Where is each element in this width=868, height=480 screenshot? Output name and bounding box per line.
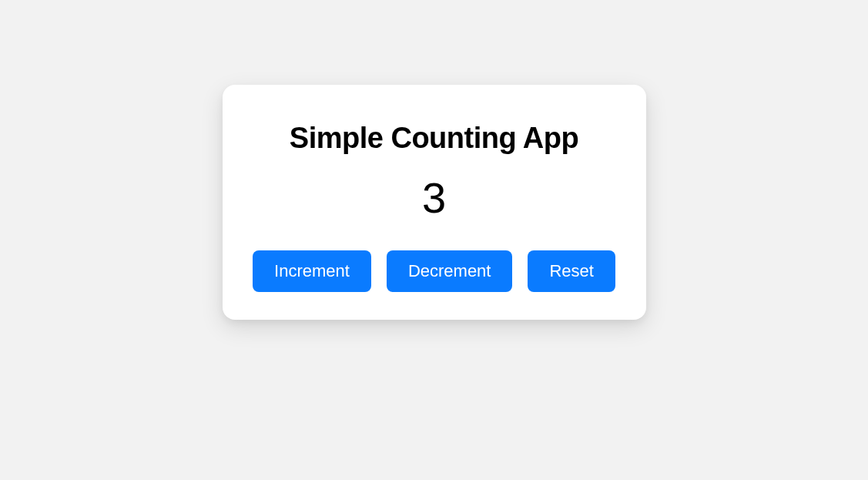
app-title: Simple Counting App bbox=[250, 122, 618, 155]
count-display: 3 bbox=[250, 176, 618, 220]
decrement-button[interactable]: Decrement bbox=[387, 250, 513, 292]
counter-card: Simple Counting App 3 Increment Decremen… bbox=[223, 85, 646, 320]
reset-button[interactable]: Reset bbox=[528, 250, 615, 292]
increment-button[interactable]: Increment bbox=[253, 250, 371, 292]
button-row: Increment Decrement Reset bbox=[250, 250, 618, 292]
